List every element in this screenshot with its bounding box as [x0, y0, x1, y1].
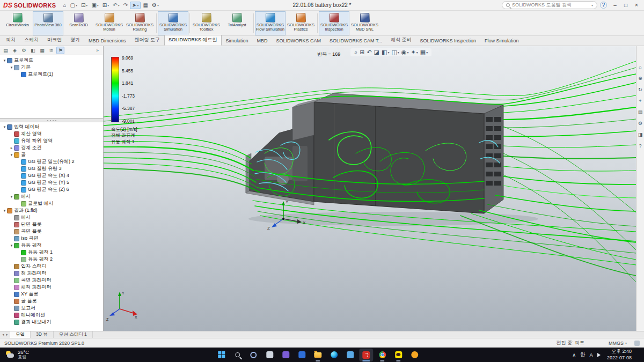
tree-item[interactable]: 메시 — [0, 214, 103, 221]
tree-item[interactable]: 결과 내보내기 — [0, 319, 103, 326]
addin-solidworks-flow-simulation[interactable]: SOLIDWORKS Flow Simulation — [255, 11, 286, 35]
tree-item[interactable]: 계산 영역 — [0, 130, 103, 137]
units-dropdown[interactable]: MMGS ▾ — [609, 341, 627, 346]
expand-arrow-icon[interactable]: ▾ — [9, 243, 14, 248]
select-icon[interactable]: ➤▾ — [130, 2, 141, 9]
addin-solidworks-plastics[interactable]: SOLIDWORKS Plastics — [286, 11, 316, 35]
maximize-button[interactable]: □ — [620, 1, 631, 10]
tree-item[interactable]: GG 평균 속도 (Z) 6 — [0, 186, 103, 193]
command-tab[interactable]: SOLIDWORKS 애드인 — [164, 35, 222, 46]
property-manager-tab-icon[interactable]: ◈ — [11, 47, 19, 54]
tree-item[interactable]: 프로젝트(1) — [0, 71, 103, 78]
addin-solidworks-simulation[interactable]: SOLIDWORKS Simulation — [158, 11, 188, 35]
tree-item[interactable]: GG 평균 속도 (Y) 5 — [0, 179, 103, 186]
panel-splitter[interactable] — [0, 119, 103, 122]
command-tab[interactable]: Simulation — [222, 36, 253, 46]
rotate-view-icon[interactable]: ↻ — [637, 86, 644, 93]
home-icon[interactable]: ⌂ — [61, 2, 68, 9]
save-icon[interactable]: ▣▾ — [90, 2, 100, 9]
panel-overflow-icon[interactable]: » — [93, 47, 101, 54]
clock[interactable]: 오후 2:40 2022-07-08 — [607, 349, 632, 361]
view-settings-icon[interactable]: ▦▾ — [420, 49, 428, 55]
model-tab[interactable]: 3D 뷰 — [31, 331, 54, 338]
tree-item[interactable]: 애니메이션 — [0, 312, 103, 319]
addin-scanto3d[interactable]: ScanTo3D — [63, 11, 94, 35]
tree-item[interactable]: Iso 곡면 — [0, 235, 103, 242]
tree-item[interactable]: 입자 스터디 — [0, 263, 103, 270]
tree-item[interactable]: 글로벌 메시 — [0, 200, 103, 207]
ime-latin-indicator[interactable]: A — [590, 352, 593, 358]
start-button[interactable] — [214, 349, 228, 361]
tree-item[interactable]: 곡면 파라미터 — [0, 277, 103, 284]
solidworks-icon[interactable] — [359, 349, 373, 361]
kakaotalk-icon[interactable] — [391, 349, 405, 361]
file-explorer-icon[interactable] — [311, 349, 325, 361]
photos-icon[interactable] — [343, 349, 357, 361]
addin-solidworks-mbd-snl[interactable]: SOLIDWORKS MBD SNL — [349, 11, 380, 35]
section-icon[interactable]: ◨ — [637, 131, 644, 138]
command-tab[interactable]: 마크업 — [43, 35, 66, 46]
expand-arrow-icon[interactable]: ▸ — [9, 146, 14, 150]
pan-icon[interactable]: + — [637, 97, 644, 104]
expand-arrow-icon[interactable]: ▾ — [2, 125, 7, 129]
zoom-area-icon[interactable]: ⊞ — [360, 49, 364, 55]
mail-icon[interactable] — [295, 349, 309, 361]
open-icon[interactable]: ⊡▾ — [79, 2, 89, 9]
command-tab[interactable]: 평가 — [66, 35, 84, 46]
search-button[interactable] — [230, 349, 244, 361]
result-legend[interactable]: 9.0695.4551.841-1.773-5.387-9.001 속도(Z) … — [111, 57, 137, 145]
tab-scroll-left-icon[interactable]: ◂ — [2, 333, 4, 337]
tree-item[interactable]: GG 질량 유량 3 — [0, 165, 103, 172]
tree-item[interactable]: ▾프로젝트 — [0, 57, 103, 64]
display-style-icon[interactable]: ◫▾ — [391, 49, 399, 55]
tree-item[interactable]: 체적 파라미터 — [0, 284, 103, 291]
model-tab[interactable]: 모션 스터디 1 — [54, 331, 93, 338]
options-icon[interactable]: ⚙▾ — [150, 2, 160, 9]
help-search-input[interactable]: SOLIDWORKS 도움말 검색 ▾ — [502, 1, 597, 9]
command-tab[interactable]: MBD — [253, 36, 272, 46]
command-tab[interactable]: 렌더링 도구 — [130, 35, 165, 46]
zoom-icon[interactable]: ⊕ — [637, 75, 644, 82]
configuration-manager-tab-icon[interactable]: ⚙ — [20, 47, 28, 54]
status-options-icon[interactable] — [634, 341, 640, 346]
cam-tree-tab-icon[interactable]: ≋ — [47, 47, 55, 54]
command-tab[interactable]: SOLIDWORKS CAM — [272, 36, 326, 46]
display-manager-tab-icon[interactable]: ▦ — [38, 47, 46, 54]
addin-solidworks-toolbox[interactable]: SOLIDWORKS Toolbox — [191, 11, 222, 35]
previous-view-icon[interactable]: ↶ — [367, 49, 371, 55]
edge-icon[interactable] — [327, 349, 341, 361]
tree-item[interactable]: ▾메시 — [0, 193, 103, 200]
command-tab[interactable]: Flow Simulation — [480, 36, 523, 46]
store-icon[interactable] — [279, 349, 292, 361]
tree-item[interactable]: 단면 플롯 — [0, 221, 103, 228]
addin-circuitworks[interactable]: CircuitWorks — [2, 11, 33, 35]
expand-arrow-icon[interactable]: ▾ — [9, 195, 14, 199]
help-button[interactable]: ? — [600, 2, 607, 9]
hide-show-items-icon[interactable]: ◉▾ — [401, 49, 409, 55]
mesh-display-icon[interactable]: ▤ — [637, 108, 644, 115]
tree-item[interactable]: 유동 궤적 1 — [0, 249, 103, 256]
minimize-button[interactable]: – — [610, 1, 620, 10]
volume-icon[interactable] — [597, 353, 603, 357]
graphics-area[interactable]: X Y Z Y X Z — [104, 46, 636, 331]
rebuild-icon[interactable]: ▦ — [141, 2, 149, 9]
tree-item[interactable]: 곡면 플롯 — [0, 228, 103, 235]
redo-icon[interactable]: ↷ — [122, 2, 129, 9]
tree-item[interactable]: GG 평균 속도 (X) 4 — [0, 172, 103, 179]
tree-item[interactable]: 유동 궤적 2 — [0, 256, 103, 263]
command-tab[interactable]: 피처 — [2, 35, 20, 46]
ime-korean-indicator[interactable]: 한 — [580, 351, 586, 358]
graphics-viewport[interactable]: X Y Z Y X Z 9.0695.4551.841-1.773-5.3 — [104, 46, 636, 331]
home-view-icon[interactable]: ⌂ — [637, 63, 644, 70]
expand-arrow-icon[interactable]: ▾ — [9, 153, 14, 157]
expand-arrow-icon[interactable]: ▾ — [2, 58, 7, 63]
tree-item[interactable]: ▸경계 조건 — [0, 144, 103, 151]
tree-item[interactable]: ▾기본 — [0, 64, 103, 71]
chrome-icon[interactable] — [375, 349, 389, 361]
command-tab[interactable]: MBD Dimensions — [84, 36, 130, 46]
zoom-fit-icon[interactable]: ⌕ — [354, 49, 357, 55]
edit-appearance-icon[interactable]: ✦▾ — [411, 49, 418, 55]
addin-solidworks-motion[interactable]: SOLIDWORKS Motion — [94, 11, 125, 35]
help-icon[interactable]: ? — [637, 142, 644, 149]
command-tab[interactable]: 스케치 — [20, 35, 43, 46]
